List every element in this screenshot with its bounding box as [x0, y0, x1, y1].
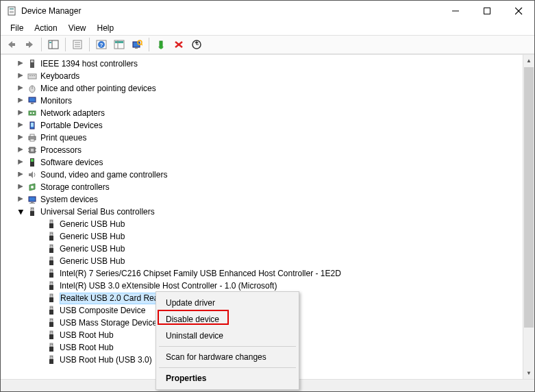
- tree-category[interactable]: ⯈Sound, video and game controllers: [6, 169, 522, 181]
- category-label: Storage controllers: [40, 181, 110, 193]
- enable-device-button[interactable]: [153, 37, 169, 52]
- tree-device-item[interactable]: Intel(R) USB 3.0 eXtensible Host Control…: [6, 280, 522, 292]
- svg-rect-79: [51, 258, 51, 258]
- svg-rect-39: [29, 97, 36, 102]
- show-hide-console-button[interactable]: [45, 37, 62, 52]
- expander-placeholder: [35, 343, 45, 352]
- expander-closed-icon[interactable]: ⯈: [16, 71, 25, 81]
- tree-category[interactable]: ⯈Software devices: [6, 156, 522, 169]
- action-button[interactable]: [111, 37, 127, 52]
- minimize-button[interactable]: [440, 1, 471, 21]
- expander-closed-icon[interactable]: ⯈: [16, 182, 25, 192]
- menu-action[interactable]: Action: [29, 22, 62, 34]
- tree-category[interactable]: ⯈Print queues: [6, 132, 522, 144]
- tree-category[interactable]: ⯈System devices: [6, 193, 522, 206]
- ctx-scan-hardware[interactable]: Scan for hardware changes: [158, 349, 297, 365]
- svg-rect-48: [30, 139, 34, 141]
- svg-rect-50: [31, 149, 34, 151]
- maximize-button[interactable]: [471, 1, 503, 21]
- svg-rect-9: [26, 43, 29, 46]
- svg-rect-108: [52, 344, 53, 345]
- uninstall-device-button[interactable]: [171, 37, 187, 52]
- svg-rect-93: [50, 306, 53, 310]
- tree-category[interactable]: ⯈Mice and other pointing devices: [6, 82, 522, 95]
- svg-rect-75: [51, 245, 51, 246]
- svg-rect-105: [50, 343, 53, 347]
- tree-device-item[interactable]: Generic USB Hub: [6, 218, 522, 230]
- expander-closed-icon[interactable]: ⯈: [16, 133, 25, 143]
- svg-rect-65: [50, 220, 53, 223]
- svg-rect-90: [49, 297, 53, 302]
- tree-category[interactable]: ⯈IEEE 1394 host controllers: [6, 58, 522, 70]
- mouse-icon: [27, 83, 38, 94]
- category-label: Keyboards: [40, 70, 79, 82]
- usb-icon: [46, 354, 57, 365]
- svg-rect-67: [51, 221, 51, 221]
- svg-rect-78: [49, 260, 53, 265]
- svg-rect-68: [52, 221, 53, 221]
- tree-category[interactable]: ⯆Universal Serial Bus controllers: [6, 206, 522, 218]
- scroll-thumb[interactable]: [524, 67, 534, 328]
- svg-rect-61: [31, 208, 34, 211]
- scan-hardware-button[interactable]: [129, 37, 145, 52]
- vertical-scrollbar[interactable]: ▲ ▼: [523, 55, 534, 379]
- expander-placeholder: [35, 330, 45, 340]
- menu-view[interactable]: View: [63, 22, 92, 34]
- expander-closed-icon[interactable]: ⯈: [16, 195, 25, 204]
- tree-device-item[interactable]: Generic USB Hub: [6, 255, 522, 267]
- update-driver-button[interactable]: [188, 37, 205, 52]
- svg-rect-33: [28, 74, 36, 79]
- usb-icon: [46, 317, 57, 328]
- ctx-disable-device[interactable]: Disable device: [158, 311, 297, 328]
- back-button[interactable]: [3, 37, 20, 52]
- svg-rect-100: [52, 319, 53, 320]
- help-button[interactable]: ?: [93, 37, 110, 52]
- expander-closed-icon[interactable]: ⯈: [16, 158, 25, 167]
- software-icon: [27, 157, 38, 168]
- expander-placeholder: [35, 256, 45, 266]
- tree-category[interactable]: ⯈Portable Devices: [6, 119, 522, 132]
- expander-closed-icon[interactable]: ⯈: [16, 145, 25, 155]
- category-label: Universal Serial Bus controllers: [40, 206, 155, 218]
- tree-device-item[interactable]: Generic USB Hub: [6, 243, 522, 255]
- category-label: Processors: [40, 144, 82, 156]
- separator: [159, 367, 296, 368]
- svg-rect-101: [50, 331, 53, 334]
- category-label: Monitors: [40, 95, 72, 107]
- expander-open-icon[interactable]: ⯆: [16, 207, 25, 217]
- forward-button[interactable]: [21, 37, 38, 52]
- ctx-properties[interactable]: Properties: [158, 370, 297, 387]
- tree-category[interactable]: ⯈Monitors: [6, 95, 522, 107]
- window-controls: [440, 1, 534, 21]
- storage-icon: [27, 182, 38, 193]
- scroll-up-button[interactable]: ▲: [523, 55, 534, 66]
- ctx-update-driver[interactable]: Update driver: [158, 295, 297, 311]
- svg-rect-91: [51, 295, 51, 295]
- scroll-down-button[interactable]: ▼: [523, 367, 534, 379]
- menu-file[interactable]: File: [5, 22, 29, 34]
- menu-help[interactable]: Help: [92, 22, 120, 34]
- expander-closed-icon[interactable]: ⯈: [16, 96, 25, 106]
- expander-closed-icon[interactable]: ⯈: [16, 84, 25, 93]
- expander-closed-icon[interactable]: ⯈: [16, 108, 25, 118]
- tree-category[interactable]: ⯈Processors: [6, 144, 522, 156]
- svg-line-26: [141, 44, 142, 45]
- svg-rect-74: [49, 248, 53, 253]
- usb-icon: [46, 342, 57, 353]
- device-label: Generic USB Hub: [60, 243, 125, 255]
- ctx-uninstall-device[interactable]: Uninstall device: [158, 328, 297, 344]
- expander-closed-icon[interactable]: ⯈: [16, 59, 25, 69]
- tree-device-item[interactable]: Generic USB Hub: [6, 230, 522, 243]
- sound-icon: [27, 169, 38, 180]
- tree-category[interactable]: ⯈Storage controllers: [6, 181, 522, 193]
- properties-button[interactable]: [69, 37, 86, 52]
- tree-device-item[interactable]: Intel(R) 7 Series/C216 Chipset Family US…: [6, 267, 522, 280]
- tree-category[interactable]: ⯈Keyboards: [6, 70, 522, 82]
- window-title: Device Manager: [21, 6, 440, 16]
- expander-closed-icon[interactable]: ⯈: [16, 170, 25, 180]
- svg-rect-64: [33, 208, 34, 209]
- close-button[interactable]: [503, 1, 534, 21]
- tree-category[interactable]: ⯈Network adapters: [6, 107, 522, 119]
- expander-closed-icon[interactable]: ⯈: [16, 121, 25, 130]
- svg-rect-85: [50, 282, 53, 285]
